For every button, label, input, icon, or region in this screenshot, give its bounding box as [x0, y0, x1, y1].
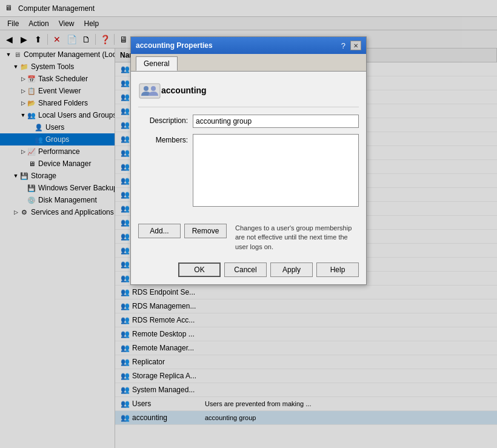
ok-button[interactable]: OK [178, 262, 221, 277]
modal-footer: Add... Remove Changes to a user's group … [131, 220, 366, 259]
members-row: Members: [138, 134, 359, 207]
cancel-button[interactable]: Cancel [224, 262, 267, 277]
modal-controls: ? ✕ [341, 41, 361, 50]
svg-rect-0 [139, 84, 160, 98]
svg-point-1 [144, 86, 148, 91]
members-label: Members: [138, 134, 193, 144]
modal-title-bar: accounting Properties ? ✕ [131, 37, 366, 54]
svg-point-2 [151, 86, 156, 91]
modal-title: accounting Properties [136, 41, 213, 50]
description-row: Description: [138, 115, 359, 128]
group-icon [138, 79, 161, 102]
footer-action-buttons: Add... Remove [138, 224, 227, 238]
description-label: Description: [138, 115, 193, 125]
remove-button[interactable]: Remove [184, 224, 227, 238]
modal-close-button[interactable]: ✕ [350, 41, 361, 50]
tab-general[interactable]: General [136, 56, 178, 71]
modal-body: accounting Description: Members: [131, 72, 366, 220]
group-name-label: accounting [161, 85, 207, 95]
description-input[interactable] [193, 115, 359, 128]
help-button[interactable]: Help [316, 262, 359, 277]
modal-action-row: OK Cancel Apply Help [131, 259, 366, 284]
apply-button[interactable]: Apply [270, 262, 313, 277]
footer-note: Changes to a user's group membership are… [230, 224, 359, 252]
modal-overlay: accounting Properties ? ✕ General [0, 0, 497, 448]
add-button[interactable]: Add... [138, 224, 181, 238]
modal-tabs: General [131, 54, 366, 72]
group-header: accounting [138, 79, 359, 107]
accounting-properties-dialog: accounting Properties ? ✕ General [130, 36, 367, 285]
members-listbox[interactable] [193, 134, 359, 207]
modal-help-icon[interactable]: ? [341, 41, 345, 50]
